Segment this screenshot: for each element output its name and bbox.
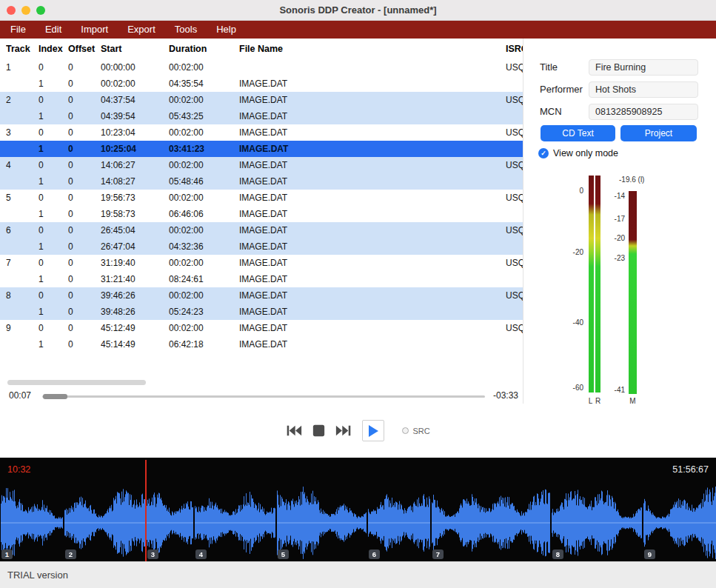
cell-file: IMAGE.DAT <box>239 124 506 141</box>
track-badge: 7 <box>432 549 444 559</box>
cell-track: 9 <box>6 320 39 336</box>
cell-file: IMAGE.DAT <box>239 238 506 255</box>
cell-offset: 0 <box>68 76 101 92</box>
lr-scale-40: -40 <box>559 318 583 327</box>
track-badge: 5 <box>278 549 289 559</box>
menu-item-tools[interactable]: Tools <box>165 21 207 39</box>
remaining-time: -03:33 <box>493 390 518 401</box>
cell-offset: 0 <box>68 92 101 108</box>
menu-item-edit[interactable]: Edit <box>36 21 71 39</box>
cell-offset: 0 <box>68 255 101 271</box>
cell-offset: 0 <box>68 141 101 157</box>
cell-isrc <box>506 271 523 287</box>
cell-start: 04:39:54 <box>101 108 169 124</box>
cell-offset: 0 <box>68 157 101 173</box>
cell-duration: 00:02:00 <box>169 320 239 336</box>
cell-track <box>6 271 39 287</box>
cell-start: 45:12:49 <box>101 320 169 336</box>
cell-duration: 05:43:25 <box>169 108 239 124</box>
skip-back-button[interactable] <box>286 424 302 437</box>
table-row[interactable]: 90045:12:4900:02:00IMAGE.DATUSQ <box>0 320 523 336</box>
cell-offset: 0 <box>68 124 101 141</box>
cell-track <box>6 238 39 255</box>
cell-offset: 0 <box>68 238 101 255</box>
cell-start: 10:25:04 <box>101 141 169 157</box>
seek-slider-track[interactable] <box>42 395 485 398</box>
table-row[interactable]: 1014:08:2705:48:46IMAGE.DAT <box>0 173 523 190</box>
stop-button[interactable] <box>312 424 325 437</box>
src-toggle[interactable]: SRC <box>402 427 429 435</box>
cell-index: 1 <box>39 304 68 320</box>
cell-duration: 05:24:23 <box>169 304 239 320</box>
table-row[interactable]: 10000:00:0000:02:00USQ <box>0 59 523 76</box>
close-button-icon[interactable] <box>7 6 16 15</box>
track-badge: 9 <box>644 549 655 559</box>
cell-isrc <box>506 238 523 255</box>
table-row[interactable]: 1026:47:0404:32:36IMAGE.DAT <box>0 238 523 255</box>
table-row[interactable]: 40014:06:2700:02:00IMAGE.DATUSQ <box>0 157 523 173</box>
table-row[interactable]: 1010:25:0403:41:23IMAGE.DAT <box>0 141 523 157</box>
skip-forward-button[interactable] <box>335 424 352 437</box>
cell-index: 1 <box>39 271 68 287</box>
cell-index: 1 <box>39 206 68 222</box>
cell-index: 0 <box>39 59 68 76</box>
lr-scale-0: 0 <box>559 187 583 195</box>
cell-index: 0 <box>39 255 68 271</box>
meter-bar-left <box>589 176 594 392</box>
meter-bar-mid <box>629 191 637 394</box>
cell-file: IMAGE.DAT <box>239 92 506 108</box>
cell-track <box>6 336 39 353</box>
play-button[interactable] <box>362 420 384 441</box>
track-badge: 8 <box>552 549 563 559</box>
cell-duration: 00:02:00 <box>169 124 239 141</box>
table-row[interactable]: 60026:45:0400:02:00IMAGE.DATUSQ <box>0 222 523 238</box>
cell-track: 3 <box>6 124 39 141</box>
table-row[interactable]: 1039:48:2605:24:23IMAGE.DAT <box>0 304 523 320</box>
cell-offset: 0 <box>68 190 101 206</box>
table-row[interactable]: 1000:02:0004:35:54IMAGE.DAT <box>0 76 523 92</box>
minimize-button-icon[interactable] <box>21 6 30 15</box>
cell-track <box>6 206 39 222</box>
menu-item-file[interactable]: File <box>1 21 36 39</box>
menu-item-export[interactable]: Export <box>118 21 165 39</box>
m-scale-14: -14 <box>598 192 625 200</box>
cell-offset: 0 <box>68 173 101 190</box>
table-row[interactable]: 70031:19:4000:02:00IMAGE.DATUSQ <box>0 255 523 271</box>
table-row[interactable]: 80039:46:2600:02:00IMAGE.DATUSQ <box>0 287 523 304</box>
table-row[interactable]: 1031:21:4008:24:61IMAGE.DAT <box>0 271 523 287</box>
table-row[interactable]: 1019:58:7306:46:06IMAGE.DAT <box>0 206 523 222</box>
track-badge: 6 <box>369 549 380 559</box>
seek-bar: 00:07 -03:33 <box>0 389 523 404</box>
cell-isrc: USQ <box>506 157 523 173</box>
cell-file: IMAGE.DAT <box>239 173 506 190</box>
table-row[interactable]: 20004:37:5400:02:00IMAGE.DATUSQ <box>0 92 523 108</box>
m-scale-20: -20 <box>598 234 625 242</box>
cell-file: IMAGE.DAT <box>239 206 506 222</box>
seek-slider-thumb[interactable] <box>43 394 67 399</box>
menu-item-import[interactable]: Import <box>71 21 118 39</box>
table-row[interactable]: 30010:23:0400:02:00IMAGE.DATUSQ <box>0 124 523 141</box>
track-table-body: 10000:00:0000:02:00USQ1000:02:0004:35:54… <box>0 59 523 353</box>
table-row[interactable]: 1004:39:5405:43:25IMAGE.DAT <box>0 108 523 124</box>
cell-file: IMAGE.DAT <box>239 271 506 287</box>
cell-track <box>6 108 39 124</box>
horizontal-scrollbar-thumb[interactable] <box>7 380 146 385</box>
cell-start: 10:23:04 <box>101 124 169 141</box>
waveform-timeline[interactable] <box>0 484 716 561</box>
cell-offset: 0 <box>68 287 101 304</box>
cell-duration: 00:02:00 <box>169 59 239 76</box>
m-scale-23: -23 <box>598 254 625 262</box>
table-row[interactable]: 1045:14:4906:42:18IMAGE.DAT <box>0 336 523 353</box>
channel-label-right: R <box>595 397 601 405</box>
skip-back-icon <box>286 424 302 437</box>
zoom-button-icon[interactable] <box>36 6 45 15</box>
window-controls <box>7 6 45 15</box>
cell-isrc <box>506 141 523 157</box>
cell-isrc: USQ <box>506 222 523 238</box>
menu-item-help[interactable]: Help <box>207 21 246 39</box>
table-row[interactable]: 50019:56:7300:02:00IMAGE.DATUSQ <box>0 190 523 206</box>
stop-icon <box>312 424 325 437</box>
cell-isrc: USQ <box>506 92 523 108</box>
cell-start: 26:47:04 <box>101 238 169 255</box>
cell-index: 0 <box>39 287 68 304</box>
